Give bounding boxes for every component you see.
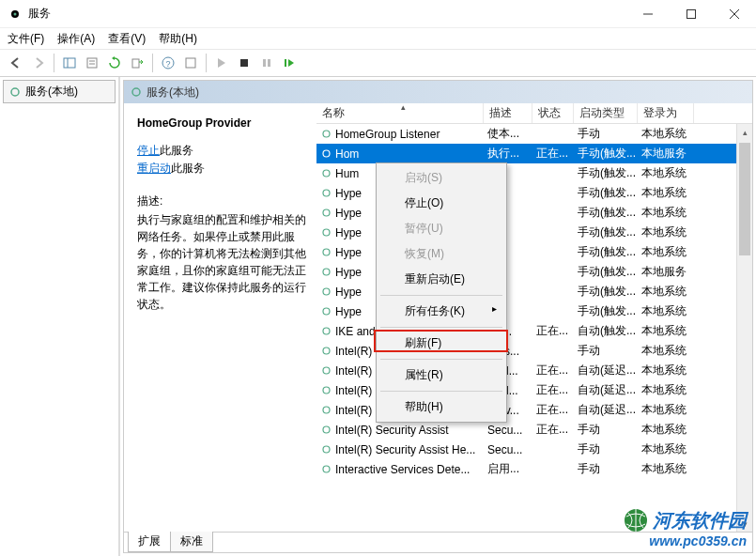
cell-name: Hype	[335, 286, 362, 299]
svg-point-30	[323, 308, 330, 315]
gear-icon	[320, 286, 332, 298]
cell-logon: 本地系统	[638, 441, 694, 457]
watermark-name: 河东软件园	[653, 508, 747, 533]
tree-item-label: 服务(本地)	[25, 84, 78, 100]
tab-extended[interactable]: 扩展	[128, 532, 171, 552]
cell-startup: 自动(延迟...	[574, 363, 638, 378]
minimize-button[interactable]	[626, 0, 670, 28]
refresh-button[interactable]	[104, 53, 125, 73]
cell-name: Intel(R) Security Assist	[335, 424, 449, 437]
col-name[interactable]: 名称	[316, 103, 484, 123]
context-menu: 启动(S) 停止(O) 暂停(U) 恢复(M) 重新启动(E) 所有任务(K) …	[376, 162, 507, 423]
ctx-help[interactable]: 帮助(H)	[378, 394, 504, 420]
restart-suffix: 此服务	[171, 162, 205, 175]
table-row[interactable]: Hom执行...正在...手动(触发...本地服务	[316, 144, 752, 163]
back-button[interactable]	[6, 53, 26, 73]
cell-name: HomeGroup Listener	[335, 128, 440, 141]
list-icon	[85, 56, 99, 70]
gear-icon	[130, 85, 143, 99]
col-status[interactable]: 状态	[532, 103, 574, 123]
svg-rect-17	[268, 59, 270, 67]
cell-startup: 手动(触发...	[574, 165, 638, 181]
restart-icon	[284, 57, 295, 69]
sheet-icon	[184, 56, 197, 70]
col-desc[interactable]: 描述	[484, 103, 532, 123]
properties-button[interactable]	[82, 53, 102, 73]
forward-button[interactable]	[28, 53, 49, 73]
svg-point-36	[323, 426, 330, 433]
menu-file[interactable]: 文件(F)	[8, 31, 44, 47]
properties2-button[interactable]	[180, 53, 201, 73]
cell-logon: 本地系统	[638, 402, 694, 418]
tree-item-services-local[interactable]: 服务(本地)	[3, 80, 116, 103]
right-header: 服务(本地)	[124, 81, 752, 103]
cell-name: Hype	[335, 187, 362, 200]
cell-status: 正在...	[532, 323, 574, 339]
help-button[interactable]: ?	[158, 53, 178, 73]
ctx-separator	[380, 327, 502, 328]
scrollbar-thumb[interactable]	[739, 143, 750, 255]
maximize-button[interactable]	[670, 0, 713, 28]
export-button[interactable]	[127, 53, 147, 73]
cell-startup: 自动(延迟...	[574, 402, 638, 418]
show-hide-button[interactable]	[59, 53, 80, 73]
svg-text:?: ?	[165, 59, 170, 69]
ctx-refresh[interactable]: 刷新(F)	[378, 331, 504, 356]
right-header-label: 服务(本地)	[147, 85, 199, 100]
back-icon	[9, 56, 23, 70]
refresh-icon	[108, 56, 121, 70]
separator	[152, 54, 153, 72]
col-logon[interactable]: 登录为	[638, 103, 694, 123]
menubar: 文件(F) 操作(A) 查看(V) 帮助(H)	[0, 28, 756, 49]
cell-startup: 手动(触发...	[574, 264, 638, 280]
table-row[interactable]: Interactive Services Dete...启用...手动本地系统	[316, 459, 752, 479]
pause-button[interactable]	[256, 53, 277, 73]
ctx-stop[interactable]: 停止(O)	[378, 191, 504, 216]
grid-header: ▴ 名称 描述 状态 启动类型 登录为	[316, 103, 752, 124]
cell-logon: 本地系统	[638, 303, 694, 319]
cell-status: 正在...	[532, 146, 574, 162]
toolbar: ?	[0, 49, 756, 77]
cell-startup: 手动	[574, 343, 638, 359]
ctx-pause[interactable]: 暂停(U)	[378, 216, 504, 241]
stop-suffix: 此服务	[160, 144, 193, 157]
restart-link[interactable]: 重启动	[137, 162, 171, 175]
svg-point-35	[323, 407, 330, 413]
help-icon: ?	[162, 56, 175, 70]
menu-view[interactable]: 查看(V)	[108, 31, 146, 47]
menu-help[interactable]: 帮助(H)	[159, 31, 197, 47]
ctx-resume[interactable]: 恢复(M)	[378, 241, 504, 267]
svg-point-28	[323, 269, 330, 275]
vertical-scrollbar[interactable]: ▴ ▾	[736, 124, 752, 532]
svg-point-26	[323, 229, 330, 236]
table-row[interactable]: Intel(R) Security Assist He...Secu...手动本…	[316, 440, 752, 459]
gear-icon	[320, 463, 332, 475]
cell-status: 正在...	[532, 382, 574, 398]
gear-icon	[320, 305, 332, 317]
play-button[interactable]	[211, 53, 232, 73]
ctx-start[interactable]: 启动(S)	[378, 165, 504, 191]
menu-action[interactable]: 操作(A)	[57, 31, 95, 47]
cell-status: 正在...	[532, 422, 574, 438]
svg-rect-6	[64, 58, 75, 68]
table-row[interactable]: Intel(R) Security AssistSecu...正在...手动本地…	[316, 420, 752, 440]
col-startup[interactable]: 启动类型	[574, 103, 638, 123]
ctx-restart[interactable]: 重新启动(E)	[378, 267, 504, 292]
svg-point-37	[323, 446, 330, 453]
cell-startup: 手动	[574, 126, 638, 142]
gear-icon	[320, 364, 332, 377]
gear-icon	[320, 226, 332, 239]
scroll-up-icon[interactable]: ▴	[737, 124, 752, 140]
table-row[interactable]: HomeGroup Listener使本...手动本地系统	[316, 124, 752, 144]
gear-icon	[320, 147, 332, 160]
stop-link[interactable]: 停止	[137, 144, 160, 157]
svg-point-33	[323, 367, 330, 374]
close-button[interactable]	[713, 0, 756, 28]
stop-button[interactable]	[234, 53, 255, 73]
restart-button[interactable]	[279, 53, 300, 73]
svg-rect-18	[285, 59, 286, 67]
watermark-logo: 河东软件园	[623, 507, 747, 533]
tab-standard[interactable]: 标准	[170, 532, 213, 552]
ctx-properties[interactable]: 属性(R)	[378, 363, 504, 388]
ctx-all-tasks[interactable]: 所有任务(K)	[378, 299, 504, 324]
